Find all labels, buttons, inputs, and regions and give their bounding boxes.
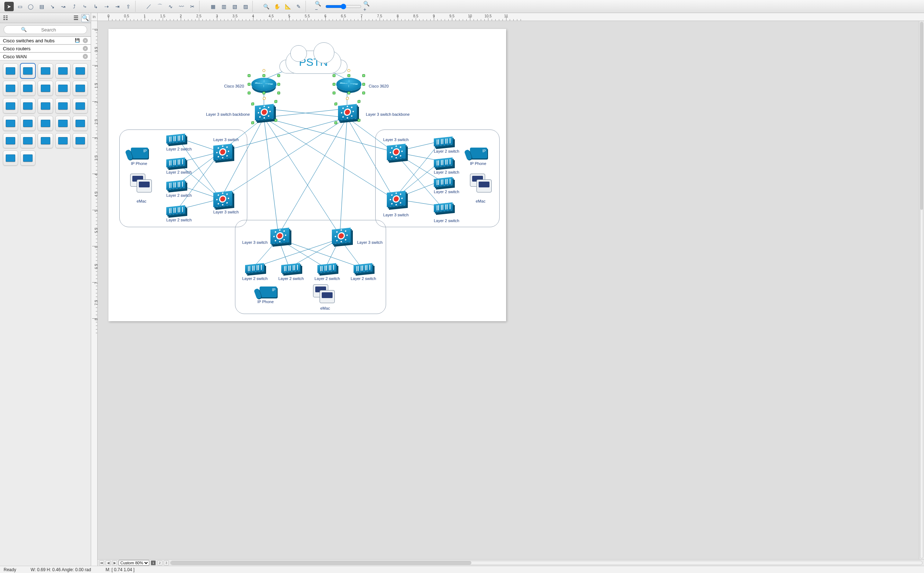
l3-switch[interactable] <box>213 191 232 207</box>
connector-1[interactable]: ↘ <box>48 2 57 11</box>
bezier-tool[interactable]: 〰 <box>177 2 186 11</box>
stencil-item[interactable] <box>37 81 53 96</box>
stencil-item[interactable] <box>20 116 36 131</box>
library-header[interactable]: Cisco switches and hubs 💾 × <box>0 36 91 44</box>
close-icon[interactable]: × <box>83 38 88 43</box>
stencil-item[interactable] <box>73 133 88 148</box>
stencil-item[interactable] <box>37 98 53 113</box>
zoom-select[interactable]: Custom 80% <box>119 560 149 566</box>
snap-guides[interactable]: ▥ <box>219 2 228 11</box>
stencil-item[interactable] <box>37 63 53 78</box>
ip-phone[interactable] <box>259 286 277 297</box>
connector-4[interactable]: ⤷ <box>80 2 90 11</box>
page-tab[interactable]: 1 <box>151 560 156 565</box>
page-tab[interactable]: 3 <box>164 560 169 565</box>
stencil-item[interactable] <box>20 63 36 78</box>
stencil-item[interactable] <box>3 98 18 113</box>
stencil-item[interactable] <box>3 133 18 148</box>
first-page-button[interactable]: ⏮ <box>99 560 104 565</box>
l3-switch[interactable] <box>332 227 351 244</box>
l3-switch[interactable] <box>387 191 406 207</box>
stencil-item[interactable] <box>73 81 88 96</box>
connector-2[interactable]: ↝ <box>59 2 68 11</box>
stencil-item[interactable] <box>20 98 36 113</box>
close-icon[interactable]: × <box>83 46 88 51</box>
library-name: Cisco WAN <box>3 54 27 59</box>
connector-5[interactable]: ↳ <box>91 2 100 11</box>
ip-phone[interactable] <box>131 147 148 158</box>
snap-objects[interactable]: ▧ <box>230 2 239 11</box>
stencil-item[interactable] <box>3 63 18 78</box>
close-icon[interactable]: × <box>83 54 88 59</box>
snap-page[interactable]: ▨ <box>241 2 250 11</box>
connector-3[interactable]: ⤴ <box>69 2 79 11</box>
library-header[interactable]: Cisco routers × <box>0 44 91 52</box>
horizontal-ruler[interactable]: 00.511.522.533.544.555.566.577.588.599.5… <box>98 13 924 21</box>
arc-tool[interactable]: ⌒ <box>155 2 164 11</box>
bottom-bar: ⏮ ◀ ▶ Custom 80% 1 2 3 <box>98 559 924 566</box>
vertical-scrollbar[interactable] <box>919 21 924 559</box>
emac[interactable] <box>313 284 336 303</box>
stencil-item[interactable] <box>3 81 18 96</box>
rect-tool[interactable]: ▭ <box>15 2 25 11</box>
stencil-item[interactable] <box>73 98 88 113</box>
horizontal-scrollbar[interactable] <box>170 561 922 565</box>
zoom-in-button[interactable]: 🔍+ <box>363 2 372 11</box>
l3-backbone-left[interactable] <box>255 104 274 120</box>
stencil-item[interactable] <box>55 63 70 78</box>
stencil-item[interactable] <box>37 133 53 148</box>
scissors-tool[interactable]: ✂ <box>187 2 197 11</box>
stencil-item[interactable] <box>3 116 18 131</box>
stencil-item[interactable] <box>55 133 70 148</box>
stencil-item[interactable] <box>37 116 53 131</box>
stencil-item[interactable] <box>20 81 36 96</box>
ip-phone[interactable] <box>470 147 487 158</box>
panel-search-icon[interactable]: 🔍 <box>81 14 89 22</box>
canvas-scroll[interactable]: PSTN Cisco 3620 <box>98 21 924 559</box>
stencil-item[interactable] <box>73 116 88 131</box>
zoom-out-button[interactable]: 🔍− <box>315 2 324 11</box>
text-tool[interactable]: ▤ <box>37 2 46 11</box>
connector-7[interactable]: ⇥ <box>113 2 122 11</box>
line-tool[interactable]: ／ <box>144 2 154 11</box>
connector-6[interactable]: ⇢ <box>102 2 111 11</box>
panel-tree-icon[interactable]: ☷ <box>2 14 9 22</box>
emac[interactable] <box>470 174 492 193</box>
emac[interactable] <box>130 174 153 193</box>
stencil-item[interactable] <box>55 81 70 96</box>
cloud-label: PSTN <box>299 56 328 68</box>
stencil-item[interactable] <box>55 116 70 131</box>
zoom-tool[interactable]: 🔍 <box>261 2 271 11</box>
library-header[interactable]: Cisco WAN × <box>0 52 91 60</box>
vertical-ruler[interactable]: 00.511.522.533.544.555.566.577.58 <box>91 21 98 566</box>
emac-label: eMac <box>476 199 485 203</box>
prev-page-button[interactable]: ◀ <box>106 560 111 565</box>
stencil-item[interactable] <box>73 63 88 78</box>
panel-list-icon[interactable]: ☰ <box>72 14 80 22</box>
pointer-tool[interactable]: ➤ <box>4 2 14 11</box>
router-cisco3620-left[interactable] <box>251 78 276 91</box>
search-input[interactable] <box>4 25 87 34</box>
l3-switch[interactable] <box>270 227 289 244</box>
spline-tool[interactable]: ∿ <box>166 2 175 11</box>
stencil-item[interactable] <box>20 150 36 166</box>
export-tool[interactable]: ⇪ <box>123 2 133 11</box>
l3-switch[interactable] <box>387 144 406 160</box>
save-icon[interactable]: 💾 <box>75 38 80 43</box>
l3-backbone-right[interactable] <box>338 104 357 120</box>
stencil-item[interactable] <box>3 150 18 166</box>
ruler-tool[interactable]: 📐 <box>283 2 292 11</box>
pstn-cloud[interactable]: PSTN <box>286 51 341 74</box>
next-page-button[interactable]: ▶ <box>112 560 117 565</box>
ellipse-tool[interactable]: ◯ <box>26 2 36 11</box>
pan-tool[interactable]: ✋ <box>272 2 282 11</box>
stencil-item[interactable] <box>20 133 36 148</box>
diagram-page[interactable]: PSTN Cisco 3620 <box>108 29 506 321</box>
eyedropper-tool[interactable]: ✎ <box>294 2 303 11</box>
page-tab[interactable]: 2 <box>157 560 162 565</box>
zoom-slider[interactable] <box>325 4 362 9</box>
snap-grid[interactable]: ▦ <box>208 2 218 11</box>
l3-switch[interactable] <box>213 144 232 160</box>
stencil-item[interactable] <box>55 98 70 113</box>
router-cisco3620-right[interactable] <box>336 78 362 91</box>
